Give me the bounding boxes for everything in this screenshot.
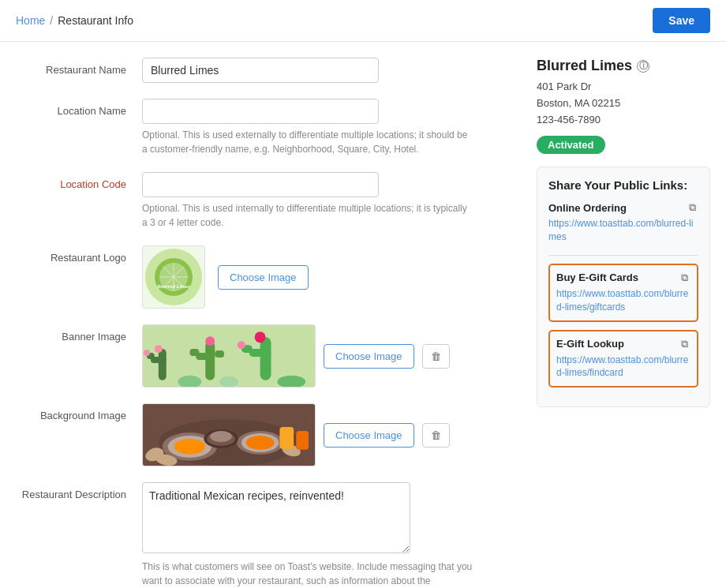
- svg-point-23: [238, 341, 245, 349]
- copy-egift-cards-icon[interactable]: ⧉: [678, 272, 690, 284]
- info-icon[interactable]: ⓘ: [637, 60, 649, 73]
- sidebar-address: 401 Park Dr Boston, MA 02215 123-456-789…: [537, 79, 710, 128]
- svg-point-33: [174, 439, 206, 455]
- online-ordering-link-item: Online Ordering ⧉ https://www.toasttab.c…: [548, 201, 698, 244]
- egift-cards-link-item: Buy E-Gift Cards ⧉ https://www.toasttab.…: [548, 264, 698, 322]
- main-content: Restaurant Name Location Name Optional. …: [0, 42, 726, 588]
- location-name-input[interactable]: [142, 99, 379, 124]
- background-image-row: Background Image: [16, 403, 521, 466]
- svg-point-26: [277, 376, 305, 388]
- banner-area: Choose Image 🗑: [142, 324, 521, 388]
- egift-lookup-link-item: E-Gift Lookup ⧉ https://www.toasttab.com…: [548, 330, 698, 388]
- bg-area: Choose Image 🗑: [142, 403, 521, 466]
- breadcrumb-home[interactable]: Home: [16, 14, 45, 27]
- breadcrumb-current: Restaurant Info: [58, 14, 133, 27]
- description-textarea[interactable]: Traditional Mexican recipes, reinvented!: [142, 482, 410, 553]
- svg-point-37: [210, 431, 232, 442]
- svg-point-18: [205, 336, 215, 346]
- location-code-row: Location Code Optional. This is used int…: [16, 172, 521, 230]
- egift-lookup-header: E-Gift Lookup ⧉: [556, 338, 690, 350]
- location-name-label: Location Name: [16, 99, 142, 156]
- location-code-hint: Optional. This is used internally to dif…: [142, 201, 473, 230]
- restaurant-logo-label: Restaurant Logo: [16, 245, 142, 309]
- sidebar-restaurant-name: Blurred Limes ⓘ: [537, 58, 710, 74]
- copy-egift-lookup-icon[interactable]: ⧉: [678, 338, 690, 350]
- logo-image: Blurred Limes: [144, 247, 204, 307]
- breadcrumb-separator: /: [50, 14, 53, 27]
- egift-lookup-title: E-Gift Lookup: [556, 338, 624, 350]
- share-links-title: Share Your Public Links:: [548, 178, 698, 192]
- restaurant-name-input[interactable]: [142, 58, 379, 83]
- logo-choose-image-button[interactable]: Choose Image: [218, 265, 309, 290]
- egift-cards-header: Buy E-Gift Cards ⧉: [556, 272, 690, 284]
- description-hint: This is what customers will see on Toast…: [142, 560, 473, 588]
- svg-point-22: [255, 331, 266, 343]
- svg-point-25: [219, 376, 238, 388]
- location-code-input[interactable]: [142, 172, 379, 197]
- sidebar-phone: 123-456-7890: [537, 112, 710, 129]
- sidebar: Blurred Limes ⓘ 401 Park Dr Boston, MA 0…: [537, 58, 710, 588]
- svg-point-13: [144, 350, 150, 356]
- address-line2: Boston, MA 02215: [537, 96, 710, 112]
- restaurant-name-label: Restaurant Name: [16, 58, 142, 83]
- svg-rect-14: [205, 341, 215, 380]
- bg-image-box: [142, 403, 316, 466]
- restaurant-name-row: Restaurant Name: [16, 58, 521, 83]
- banner-inner: [143, 325, 315, 387]
- banner-image-svg: [143, 325, 315, 388]
- share-links-box: Share Your Public Links: Online Ordering…: [537, 167, 710, 407]
- online-ordering-header: Online Ordering ⧉: [548, 201, 698, 214]
- description-row: Restaurant Description Traditional Mexic…: [16, 482, 521, 588]
- svg-text:Blurred Limes: Blurred Limes: [156, 283, 190, 290]
- bg-delete-button[interactable]: 🗑: [422, 423, 450, 448]
- online-ordering-title: Online Ordering: [548, 202, 627, 214]
- background-image-label: Background Image: [16, 403, 142, 466]
- description-field: Traditional Mexican recipes, reinvented!…: [142, 482, 521, 588]
- online-ordering-url[interactable]: https://www.toasttab.com/blurred-limes: [548, 217, 698, 244]
- restaurant-logo-field: Blurred Limes Choose Image: [142, 245, 521, 309]
- location-name-field: Optional. This is used externally to dif…: [142, 99, 521, 156]
- svg-rect-19: [260, 337, 271, 380]
- link-divider-1: [548, 255, 698, 256]
- svg-rect-16: [189, 349, 199, 356]
- svg-rect-42: [296, 431, 309, 450]
- header: Home / Restaurant Info Save: [0, 0, 726, 42]
- location-code-label: Location Code: [16, 172, 142, 230]
- svg-rect-17: [215, 350, 224, 358]
- svg-rect-41: [279, 427, 294, 449]
- banner-image-row: Banner Image: [16, 324, 521, 388]
- save-button[interactable]: Save: [653, 8, 710, 33]
- logo-image-box: Blurred Limes: [142, 245, 205, 309]
- banner-image-box: [142, 324, 316, 388]
- description-label: Restaurant Description: [16, 482, 142, 588]
- restaurant-name-field: [142, 58, 521, 83]
- egift-lookup-url[interactable]: https://www.toasttab.com/blurred-limes/f…: [556, 354, 690, 380]
- egift-cards-title: Buy E-Gift Cards: [556, 272, 638, 283]
- svg-rect-9: [159, 349, 167, 380]
- banner-delete-button[interactable]: 🗑: [422, 344, 450, 369]
- breadcrumb: Home / Restaurant Info: [16, 14, 133, 27]
- egift-cards-url[interactable]: https://www.toasttab.com/blurred-limes/g…: [556, 287, 690, 314]
- svg-point-24: [178, 376, 202, 388]
- activated-badge: Activated: [537, 136, 605, 154]
- bg-choose-image-button[interactable]: Choose Image: [324, 423, 414, 448]
- bg-image-svg: [143, 403, 315, 466]
- banner-choose-image-button[interactable]: Choose Image: [324, 344, 414, 369]
- svg-point-34: [246, 436, 275, 450]
- logo-area: Blurred Limes Choose Image: [142, 245, 521, 309]
- address-line1: 401 Park Dr: [537, 79, 710, 96]
- svg-point-12: [155, 345, 163, 353]
- location-name-hint: Optional. This is used externally to dif…: [142, 128, 473, 156]
- location-name-row: Location Name Optional. This is used ext…: [16, 99, 521, 156]
- restaurant-logo-row: Restaurant Logo: [16, 245, 521, 309]
- form-section: Restaurant Name Location Name Optional. …: [16, 58, 521, 588]
- background-image-field: Choose Image 🗑: [142, 403, 521, 466]
- svg-rect-20: [249, 349, 271, 357]
- banner-image-field: Choose Image 🗑: [142, 324, 521, 388]
- copy-online-ordering-icon[interactable]: ⧉: [686, 201, 698, 214]
- location-code-field: Optional. This is used internally to dif…: [142, 172, 521, 230]
- banner-image-label: Banner Image: [16, 324, 142, 388]
